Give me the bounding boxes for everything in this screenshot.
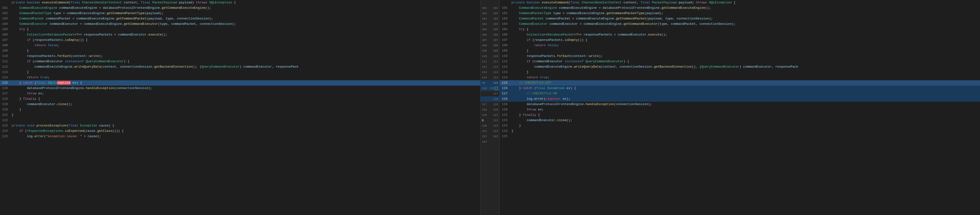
- table-row: 118 } finally {: [0, 96, 480, 102]
- table-row: 113 }: [0, 70, 480, 75]
- diff-marker: 102 102: [480, 11, 500, 16]
- table-row: 120 throw ex;: [500, 107, 980, 112]
- table-row: 119 databaseProtocolFrontendEngine.handl…: [500, 102, 980, 107]
- diff-marker: 106 106: [480, 32, 500, 38]
- table-row: 125: [500, 134, 980, 139]
- table-row: 104 CommandExecutor commandExecutor = co…: [0, 21, 480, 27]
- table-row: 108 return false;: [500, 43, 980, 48]
- diff-marker: 113 113: [480, 70, 500, 75]
- table-row: 115 } catch (final SQLException ex) {: [0, 80, 480, 85]
- table-row: 110 responsePackets.forEach(context::wri…: [0, 54, 480, 59]
- diff-marker: 111 111: [480, 59, 500, 64]
- diff-marker: 108 108: [480, 43, 500, 48]
- table-row: 104 CommandExecutor commandExecutor = co…: [500, 21, 980, 27]
- diff-marker: 123: [480, 139, 500, 144]
- table-row: 125 log.error("exception cause: " + caus…: [0, 134, 480, 139]
- diff-marker: 107 107: [480, 38, 500, 43]
- table-row: 108 return false;: [0, 43, 480, 48]
- table-row: private boolean executeCommand(final Cha…: [500, 0, 980, 5]
- right-editor-pane: private boolean executeCommand(final Cha…: [500, 0, 980, 215]
- table-row: 107 if (responsePackets.isEmpty()) {: [500, 38, 980, 43]
- table-row: 124 }: [500, 128, 980, 134]
- table-row: 116 } catch (final Exception ex) {: [500, 85, 980, 91]
- diff-marker: 117: [480, 91, 500, 96]
- table-row: 109 }: [500, 48, 980, 54]
- diff-marker: [480, 0, 500, 5]
- table-row: 123 private void processException(final …: [0, 123, 480, 128]
- table-row: 112 commandExecuteEngine.writeQueryData(…: [0, 64, 480, 70]
- table-row: 102 CommandPacketType type = commandExec…: [500, 11, 980, 16]
- table-row: 121 }: [0, 112, 480, 118]
- table-row: 121 } finally {: [500, 112, 980, 118]
- diff-marker: 101 101: [480, 5, 500, 11]
- diff-marker: 118 120: [480, 107, 500, 112]
- right-code-area: private boolean executeCommand(final Cha…: [500, 0, 980, 215]
- diff-marker-at: @ 122: [480, 118, 500, 123]
- table-row: 119 commandExecutor.close();: [0, 102, 480, 107]
- table-row: 105 try {: [500, 27, 980, 32]
- diff-marker: 119 121: [480, 112, 500, 118]
- table-row: 111 if (commandExecutor instanceof Query…: [500, 59, 980, 64]
- diff-marker: 112 112: [480, 64, 500, 70]
- table-row: 123 }: [500, 123, 980, 128]
- table-row: 107 if (responsePackets.isEmpty()) {: [0, 38, 480, 43]
- table-row: 118 log.error(composer ex);: [500, 96, 980, 102]
- table-row: 113 }: [500, 70, 980, 75]
- diff-marker: 103 103: [480, 16, 500, 21]
- table-row: 106 Collection<DatabasePacket<?>> respon…: [500, 32, 980, 38]
- table-row: 110 responsePackets.forEach(context::wri…: [500, 54, 980, 59]
- diff-editor: private boolean executeCommand(final Cha…: [0, 0, 980, 215]
- table-row: 120 }: [0, 107, 480, 112]
- table-row: 114 return true;: [0, 75, 480, 80]
- table-row: 106 Collection<DatabasePacket<?>> respon…: [0, 32, 480, 38]
- table-row: 102 CommandPacketType type = commandExec…: [0, 11, 480, 16]
- diff-marker: 118: [480, 96, 500, 102]
- diff-marker: 109 109: [480, 48, 500, 54]
- table-row: 112 commandExecuteEngine.writeQueryData(…: [500, 64, 980, 70]
- table-row: 117 throw ex;: [0, 91, 480, 96]
- diff-marker: 122 125: [480, 134, 500, 139]
- table-row: 111 if (commandExecutor instanceof Query…: [0, 59, 480, 64]
- table-row: 115 // CHECKSTYLE:OFF: [500, 80, 980, 85]
- diff-marker: 104 104: [480, 21, 500, 27]
- table-row: 124 if (!ExpectedExceptions.isExpected(c…: [0, 128, 480, 134]
- table-row: 101 CommandExecuteEngine commandExecuteE…: [500, 5, 980, 11]
- diff-gutter: 101 101 102 102 103 103 104 104 105 105: [480, 0, 500, 215]
- table-row: 114 return true;: [500, 75, 980, 80]
- diff-marker: 117 119: [480, 102, 500, 107]
- table-row: 116 databaseProtocolFrontendEngine.handl…: [0, 85, 480, 91]
- left-code-area: private boolean executeCommand(final Cha…: [0, 0, 480, 215]
- diff-marker: 121 124: [480, 128, 500, 134]
- table-row: 105 try {: [0, 27, 480, 32]
- table-row: 117 // CHECKSTYLE:ON: [500, 91, 980, 96]
- table-row: private boolean executeCommand(final Cha…: [0, 0, 480, 5]
- table-row: 122 commandExecutor.close();: [500, 118, 980, 123]
- left-editor-pane: private boolean executeCommand(final Cha…: [0, 0, 480, 215]
- table-row: 122: [0, 118, 480, 123]
- table-row: 109 }: [0, 48, 480, 54]
- diff-marker: 105 105: [480, 27, 500, 32]
- diff-marker: 114 114: [480, 75, 500, 80]
- table-row: 103 CommandPacket commandPacket = comman…: [0, 16, 480, 21]
- table-row: 101 CommandExecuteEngine commandExecuteE…: [0, 5, 480, 11]
- diff-marker-check: 116 116 ✓: [480, 85, 500, 91]
- table-row: 103 CommandPacket commandPacket = comman…: [500, 16, 980, 21]
- diff-marker-arrow: >> 115: [480, 80, 500, 85]
- diff-marker: 110 110: [480, 54, 500, 59]
- diff-marker: 120 123: [480, 123, 500, 128]
